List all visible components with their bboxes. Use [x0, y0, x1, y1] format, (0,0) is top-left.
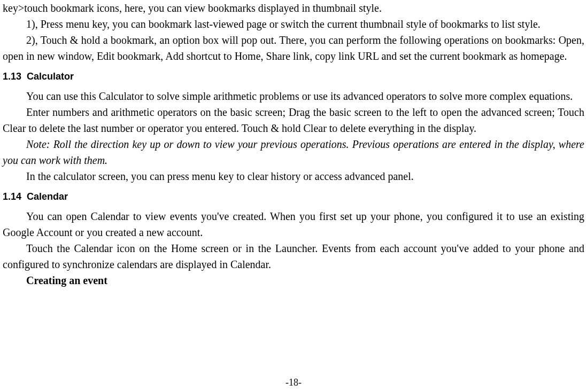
- calendar-para-1: You can open Calendar to view events you…: [3, 208, 584, 240]
- section-title: Calculator: [27, 71, 74, 82]
- section-number: 1.13: [3, 69, 21, 84]
- calculator-para-2: Enter numbers and arithmetic operators o…: [3, 104, 584, 136]
- continuation-text: key>touch bookmark icons, here, you can …: [3, 0, 584, 16]
- section-number: 1.14: [3, 190, 21, 204]
- section-heading-calculator: 1.13Calculator: [3, 69, 584, 84]
- list-item-1: 1), Press menu key, you can bookmark las…: [3, 16, 584, 32]
- section-heading-calendar: 1.14Calendar: [3, 190, 584, 204]
- list-item-2: 2), Touch & hold a bookmark, an option b…: [3, 32, 584, 64]
- section-title: Calendar: [27, 191, 68, 202]
- calendar-subheading: Creating an event: [3, 272, 584, 288]
- calendar-para-2: Touch the Calendar icon on the Home scre…: [3, 240, 584, 272]
- calculator-note: Note: Roll the direction key up or down …: [3, 136, 584, 168]
- calculator-para-1: You can use this Calculator to solve sim…: [3, 88, 584, 104]
- page-number: -18-: [0, 375, 587, 390]
- calculator-para-3: In the calculator screen, you can press …: [3, 168, 584, 184]
